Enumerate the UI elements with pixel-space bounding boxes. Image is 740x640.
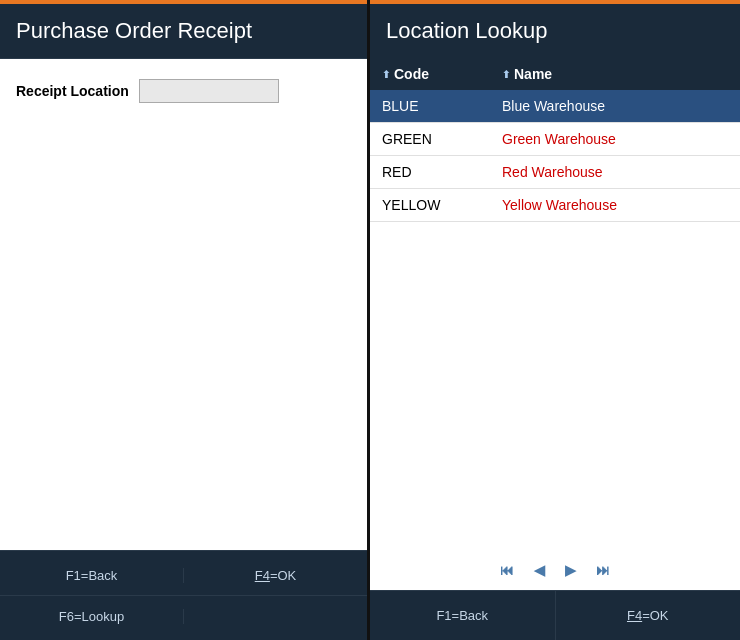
next-page-button[interactable]: ▶ xyxy=(559,560,582,580)
table-header: ⬆ Code ⬆ Name xyxy=(370,58,740,90)
location-lookup-panel: Location Lookup ⬆ Code ⬆ Name BLUE Blue … xyxy=(370,0,740,640)
left-footer-row-2: F6=Lookup xyxy=(0,596,367,636)
purchase-order-panel: Purchase Order Receipt Receipt Location … xyxy=(0,0,370,640)
location-table-body: BLUE Blue Warehouse GREEN Green Warehous… xyxy=(370,90,740,550)
pagination-controls: ⏮ ◀ ▶ ⏭ xyxy=(370,550,740,590)
table-row[interactable]: RED Red Warehouse xyxy=(370,156,740,189)
receipt-location-input[interactable] xyxy=(139,79,279,103)
right-footer: F1=Back F4=OK xyxy=(370,590,740,640)
f6-lookup-label: F6=Lookup xyxy=(59,609,124,624)
name-cell: Green Warehouse xyxy=(490,123,740,155)
prev-page-button[interactable]: ◀ xyxy=(528,560,551,580)
code-cell: BLUE xyxy=(370,90,490,122)
left-footer-row-1: F1=Back F4=OK xyxy=(0,555,367,595)
code-sort-icon: ⬆ xyxy=(382,69,390,80)
name-sort-icon: ⬆ xyxy=(502,69,510,80)
f1-back-left-label: F1=Back xyxy=(66,568,118,583)
f1-back-right-label: F1=Back xyxy=(436,608,488,623)
name-cell: Red Warehouse xyxy=(490,156,740,188)
receipt-location-row: Receipt Location xyxy=(16,79,351,103)
f6-lookup-button[interactable]: F6=Lookup xyxy=(0,609,184,624)
name-header-label: Name xyxy=(514,66,552,82)
f1-back-right-button[interactable]: F1=Back xyxy=(370,591,556,640)
f1-back-left-button[interactable]: F1=Back xyxy=(0,568,184,583)
last-page-button[interactable]: ⏭ xyxy=(590,560,616,580)
f4-ok-left-label: F4=OK xyxy=(255,568,297,583)
table-row[interactable]: GREEN Green Warehouse xyxy=(370,123,740,156)
code-cell: GREEN xyxy=(370,123,490,155)
name-column-header[interactable]: ⬆ Name xyxy=(490,58,740,90)
left-footer: F1=Back F4=OK F6=Lookup xyxy=(0,550,367,640)
table-row[interactable]: BLUE Blue Warehouse xyxy=(370,90,740,123)
f4-ok-right-button[interactable]: F4=OK xyxy=(556,591,741,640)
table-row[interactable]: YELLOW Yellow Warehouse xyxy=(370,189,740,222)
name-cell: Blue Warehouse xyxy=(490,90,740,122)
receipt-location-label: Receipt Location xyxy=(16,83,129,99)
location-lookup-title: Location Lookup xyxy=(370,4,740,58)
first-page-button[interactable]: ⏮ xyxy=(494,560,520,580)
code-cell: YELLOW xyxy=(370,189,490,221)
code-header-label: Code xyxy=(394,66,429,82)
purchase-order-body: Receipt Location xyxy=(0,59,367,550)
location-lookup-body: ⬆ Code ⬆ Name BLUE Blue Warehouse GREEN … xyxy=(370,58,740,590)
code-cell: RED xyxy=(370,156,490,188)
purchase-order-title: Purchase Order Receipt xyxy=(0,4,367,59)
code-column-header[interactable]: ⬆ Code xyxy=(370,58,490,90)
f4-ok-right-label: F4=OK xyxy=(627,608,669,623)
f4-ok-left-button[interactable]: F4=OK xyxy=(184,568,367,583)
name-cell: Yellow Warehouse xyxy=(490,189,740,221)
